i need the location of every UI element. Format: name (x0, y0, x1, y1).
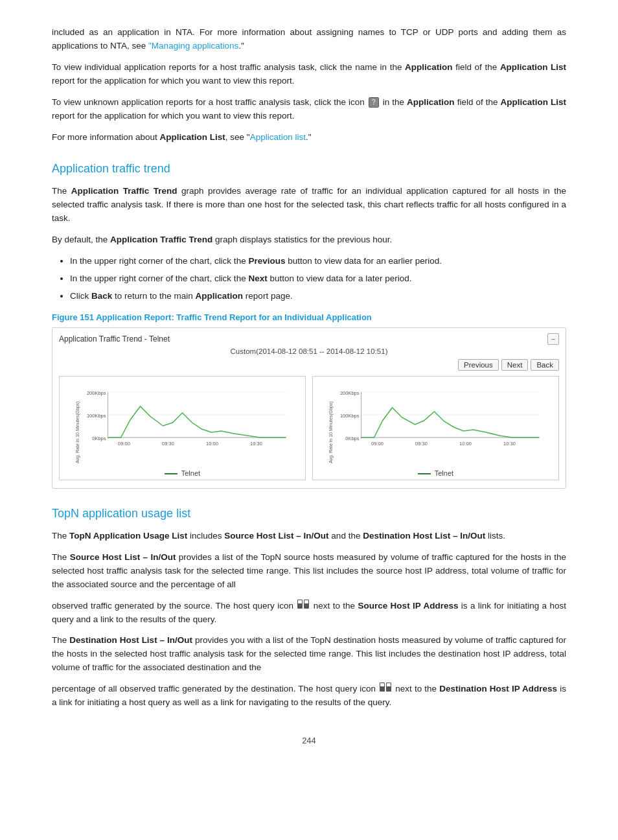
chart-title-bar: Application Traffic Trend - Telnet − (59, 333, 559, 345)
application-list-link[interactable]: Application list (250, 132, 306, 142)
section1-p1: The Application Traffic Trend graph prov… (52, 185, 566, 226)
bullet-next: In the upper right corner of the chart, … (70, 272, 566, 286)
intro-p2: To view individual application reports f… (52, 61, 566, 88)
intro-p4: For more information about Application L… (52, 131, 566, 145)
bullet-back: Click Back to return to the main Applica… (70, 290, 566, 303)
chart-custom-label: Custom(2014-08-12 08:51 -- 2014-08-12 10… (59, 347, 559, 355)
svg-text:100Kbps: 100Kbps (87, 413, 106, 419)
left-chart-legend: Telnet (63, 469, 301, 477)
intro-p3: To view unknown application reports for … (52, 96, 566, 123)
svg-text:10:30: 10:30 (503, 441, 516, 447)
page-number: 244 (52, 736, 566, 745)
svg-text:0Kbps: 0Kbps (345, 436, 360, 441)
left-legend-label: Telnet (181, 469, 200, 477)
section2-p4: The Destination Host List – In/Out provi… (52, 634, 566, 675)
svg-text:09:00: 09:00 (371, 441, 383, 447)
svg-text:09:30: 09:30 (415, 441, 428, 447)
section2-p1: The TopN Application Usage List includes… (52, 530, 566, 543)
svg-text:200Kbps: 200Kbps (87, 390, 106, 396)
right-chart-svg: Avg. Rate in 10 Minutes(Gbps) 200Kbps 10… (317, 380, 555, 465)
svg-rect-29 (304, 600, 308, 603)
section2-p2: The Source Host List – In/Out provides a… (52, 551, 566, 592)
svg-rect-32 (380, 683, 384, 686)
section1-heading: Application traffic trend (52, 162, 566, 176)
svg-text:0Kbps: 0Kbps (92, 436, 106, 441)
host-query-icon-2 (380, 682, 391, 696)
managing-applications-link[interactable]: "Managing applications (148, 41, 238, 51)
svg-text:10:00: 10:00 (459, 441, 472, 447)
section1-bullets: In the upper right corner of the chart, … (70, 255, 566, 303)
host-query-icon-1 (297, 600, 309, 613)
right-chart: Avg. Rate in 10 Minutes(Gbps) 200Kbps 10… (312, 376, 559, 480)
section2-heading: TopN application usage list (52, 507, 566, 520)
bullet-previous: In the upper right corner of the chart, … (70, 255, 566, 268)
left-chart: Avg. Rate in 10 Minutes(Gbps) 200Kbps 10… (59, 376, 306, 480)
svg-text:10:00: 10:00 (206, 441, 218, 447)
next-button[interactable]: Next (501, 359, 529, 371)
charts-row: Avg. Rate in 10 Minutes(Gbps) 200Kbps 10… (59, 376, 559, 480)
right-chart-legend: Telnet (317, 469, 555, 477)
previous-button[interactable]: Previous (458, 359, 499, 371)
left-chart-svg: Avg. Rate in 10 Minutes(Gbps) 200Kbps 10… (63, 380, 301, 465)
intro-p1: included as an application in NTA. For m… (52, 26, 566, 53)
chart-container: Application Traffic Trend - Telnet − Cus… (52, 327, 566, 489)
chart-minimize-button[interactable]: − (547, 333, 559, 345)
svg-text:09:30: 09:30 (162, 441, 174, 447)
svg-rect-28 (298, 600, 302, 603)
right-legend-label: Telnet (435, 469, 453, 477)
svg-text:100Kbps: 100Kbps (340, 413, 360, 419)
svg-text:10:30: 10:30 (250, 441, 262, 447)
page-content: included as an application in NTA. For m… (0, 0, 618, 784)
svg-text:200Kbps: 200Kbps (340, 390, 360, 396)
svg-rect-33 (387, 683, 391, 686)
right-legend-line-icon (418, 473, 431, 474)
section1-p2: By default, the Application Traffic Tren… (52, 233, 566, 247)
figure-caption: Figure 151 Application Report: Traffic T… (52, 312, 566, 322)
unknown-app-icon: ? (369, 97, 379, 108)
section2-p5: percentage of all observed traffic gener… (52, 682, 566, 710)
chart-title: Application Traffic Trend - Telnet (59, 334, 170, 344)
svg-text:Avg. Rate in 10 Minutes(Gbps): Avg. Rate in 10 Minutes(Gbps) (328, 401, 334, 463)
section2-p3: observed traffic generated by the source… (52, 600, 566, 627)
back-button[interactable]: Back (531, 359, 559, 371)
svg-text:09:00: 09:00 (118, 441, 130, 447)
svg-text:Avg. Rate in 10 Minutes(Gbps): Avg. Rate in 10 Minutes(Gbps) (75, 401, 80, 463)
chart-nav-buttons: Previous Next Back (59, 359, 559, 371)
left-legend-line-icon (165, 473, 177, 474)
